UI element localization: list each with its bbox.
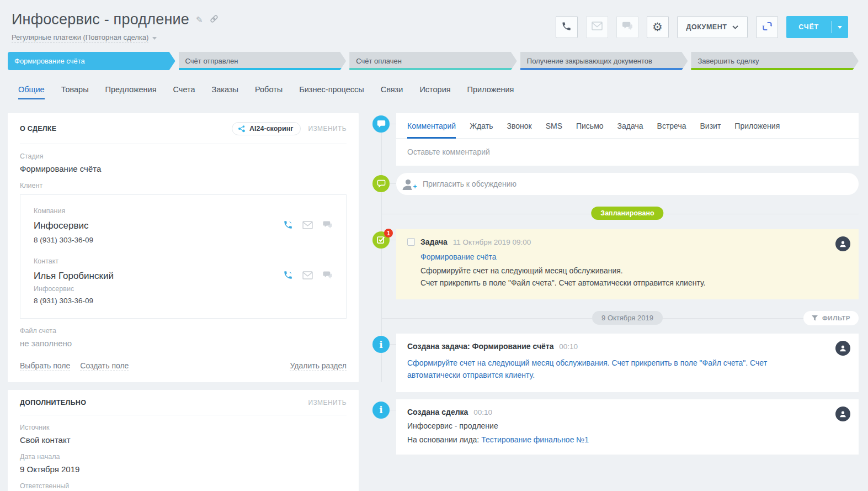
timeline-task: 1 Задача 11 Октября 2019 09:00 Формирова… xyxy=(396,229,859,299)
history-time: 00:10 xyxy=(473,408,492,416)
composer-tab-applications[interactable]: Приложения xyxy=(734,122,780,139)
automation-button[interactable] xyxy=(756,16,778,38)
timeline-history-task-created: i Создана задача: Формирование счёта 00:… xyxy=(396,334,859,392)
date-badge: 9 Октября 2019 xyxy=(592,311,663,325)
stage-closing-documents[interactable]: Получение закрывающих документов xyxy=(520,52,688,70)
deal-category[interactable]: Регулярные платежи (Повторная сделка) xyxy=(12,33,148,43)
company-label: Компания xyxy=(34,207,333,215)
comment-input[interactable] xyxy=(396,139,859,166)
section-title: ДОПОЛНИТЕЛЬНО xyxy=(20,399,86,406)
history-lead-prefix: На основании лида: xyxy=(407,435,481,444)
edit-section-link[interactable]: изменить xyxy=(308,399,347,406)
contact-label: Контакт xyxy=(34,257,333,265)
stage-invoice-paid[interactable]: Счёт оплачен xyxy=(349,52,517,70)
contact-phone[interactable]: 8 (931) 303-36-09 xyxy=(34,297,333,305)
edit-title-icon[interactable]: ✎ xyxy=(196,15,203,25)
tab-applications[interactable]: Приложения xyxy=(467,85,514,99)
document-button[interactable]: ДОКУМЕНТ xyxy=(677,16,748,38)
history-deal-name: Инфосервис - продление xyxy=(407,421,848,430)
notification-badge: 1 xyxy=(384,229,393,237)
company-name-link[interactable]: Инфосервис xyxy=(34,220,89,231)
select-field-link[interactable]: Выбрать поле xyxy=(20,361,70,371)
task-description-line1: Сформируйте счет на следующий месяц обсл… xyxy=(420,265,848,277)
tab-business-processes[interactable]: Бизнес-процессы xyxy=(299,85,364,99)
link-icon[interactable] xyxy=(210,14,219,25)
call-contact-icon[interactable] xyxy=(283,270,293,282)
stage-invoice-forming[interactable]: Формирование счёта xyxy=(8,52,175,70)
composer-tab-comment[interactable]: Комментарий xyxy=(407,122,456,139)
composer-tab-wait[interactable]: Ждать xyxy=(470,122,493,139)
stage-invoice-sent[interactable]: Счёт отправлен xyxy=(179,52,347,70)
invoice-file-label: Файл счета xyxy=(20,327,347,335)
chat-company-icon[interactable] xyxy=(322,220,333,231)
info-icon: i xyxy=(372,402,390,419)
comment-icon xyxy=(372,115,390,133)
task-title-link[interactable]: Формирование счёта xyxy=(420,252,497,261)
contact-company: Инфосервис xyxy=(34,285,333,293)
tab-relations[interactable]: Связи xyxy=(381,85,403,99)
call-button[interactable] xyxy=(556,16,578,38)
chevron-down-icon xyxy=(838,26,842,29)
create-field-link[interactable]: Создать поле xyxy=(80,361,129,371)
chevron-down-icon xyxy=(152,37,157,40)
tab-general[interactable]: Общие xyxy=(18,85,45,99)
avatar[interactable] xyxy=(835,236,850,251)
avatar[interactable] xyxy=(835,406,850,421)
chat-button[interactable] xyxy=(616,16,638,38)
filter-icon xyxy=(812,315,818,321)
invoice-dropdown-button[interactable] xyxy=(832,26,848,29)
filter-button-label: ФИЛЬТР xyxy=(822,315,850,321)
tab-invoices[interactable]: Счета xyxy=(173,85,195,99)
task-check-icon: 1 xyxy=(372,231,390,249)
delete-section-link[interactable]: Удалить раздел xyxy=(290,361,347,371)
discussion-icon xyxy=(372,175,390,192)
avatar[interactable] xyxy=(835,341,850,356)
task-checkbox[interactable] xyxy=(407,238,415,246)
mail-icon xyxy=(592,22,603,33)
chevron-down-icon xyxy=(732,25,738,29)
tab-robots[interactable]: Роботы xyxy=(255,85,283,99)
task-description-line2: Счет прикрепить в поле "Файл счета". Сче… xyxy=(420,277,848,289)
stage-close-deal[interactable]: Завершить сделку xyxy=(691,52,859,70)
call-company-icon[interactable] xyxy=(283,220,293,232)
composer-tab-sms[interactable]: SMS xyxy=(546,122,562,139)
composer-tab-visit[interactable]: Визит xyxy=(700,122,721,139)
lead-link[interactable]: Тестирование финальное №1 xyxy=(481,435,589,444)
invite-to-discussion[interactable]: + Пригласить к обсуждению xyxy=(396,173,859,195)
composer-tab-meeting[interactable]: Встреча xyxy=(657,122,686,139)
composer-tab-task[interactable]: Задача xyxy=(617,122,643,139)
history-time: 00:10 xyxy=(559,342,578,351)
client-field-label: Клиент xyxy=(20,182,347,189)
email-company-icon[interactable] xyxy=(302,221,313,231)
edit-section-link[interactable]: изменить xyxy=(308,125,347,133)
filter-button[interactable]: ФИЛЬТР xyxy=(803,311,859,325)
chat-contact-icon[interactable] xyxy=(322,271,333,282)
phone-icon xyxy=(561,21,572,34)
tab-quotes[interactable]: Предложения xyxy=(105,85,157,99)
timeline-invite: + Пригласить к обсуждению xyxy=(396,173,859,195)
tab-history[interactable]: История xyxy=(419,85,450,99)
invoice-button-label[interactable]: СЧЁТ xyxy=(786,23,831,31)
additional-section: ДОПОЛНИТЕЛЬНО изменить Источник Свой кон… xyxy=(8,390,359,491)
tab-products[interactable]: Товары xyxy=(61,85,89,99)
plus-icon: + xyxy=(411,183,419,191)
contact-name-link[interactable]: Илья Горобинский xyxy=(34,271,114,282)
stage-field-label: Стадия xyxy=(20,152,347,160)
email-button[interactable] xyxy=(586,16,608,38)
composer-tab-email[interactable]: Письмо xyxy=(576,122,604,139)
history-card: Создана сделка 00:10 Инфосервис - продле… xyxy=(396,399,859,455)
history-card: Создана задача: Формирование счёта 00:10… xyxy=(396,334,859,392)
source-value: Свой контакт xyxy=(20,435,347,445)
timeline-history-deal-created: i Создана сделка 00:10 Инфосервис - прод… xyxy=(396,399,859,455)
company-phone[interactable]: 8 (931) 303-36-09 xyxy=(34,236,333,244)
task-datetime: 11 Октября 2019 09:00 xyxy=(453,238,531,246)
tab-orders[interactable]: Заказы xyxy=(212,85,238,99)
composer-tab-call[interactable]: Звонок xyxy=(507,122,531,139)
history-description: Сформируйте счет на следующий месяц обсл… xyxy=(407,357,848,381)
settings-button[interactable]: ⚙ xyxy=(647,16,669,38)
timeline-composer: Комментарий Ждать Звонок SMS Письмо Зада… xyxy=(396,113,859,166)
email-contact-icon[interactable] xyxy=(302,271,313,282)
task-type-label: Задача xyxy=(420,237,448,246)
invoice-button[interactable]: СЧЁТ xyxy=(786,16,848,38)
ai-scoring-button[interactable]: AI24-скоринг xyxy=(232,122,301,135)
